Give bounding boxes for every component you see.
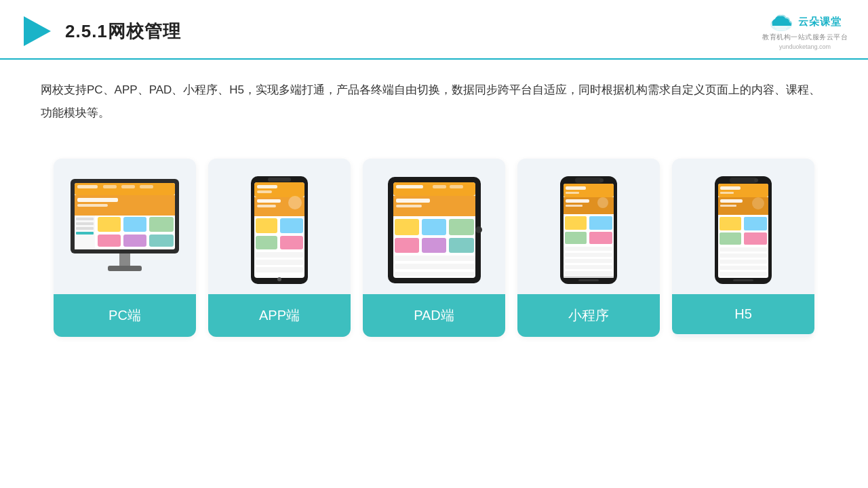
svg-rect-12 — [77, 198, 118, 202]
svg-rect-53 — [396, 199, 430, 203]
card-pad: PAD端 — [363, 159, 505, 337]
svg-rect-105 — [719, 272, 767, 276]
svg-rect-26 — [108, 266, 142, 271]
card-h5-image — [672, 159, 814, 294]
logo-subtitle: 教育机构一站式服务云平台 — [762, 33, 848, 42]
svg-rect-17 — [76, 227, 94, 230]
svg-rect-92 — [720, 192, 734, 194]
pc-monitor-icon — [64, 176, 186, 284]
svg-rect-81 — [565, 259, 612, 263]
svg-rect-59 — [422, 238, 446, 253]
card-h5: H5 — [672, 159, 814, 337]
svg-rect-9 — [121, 185, 135, 188]
card-pc-image — [54, 159, 196, 294]
svg-rect-40 — [280, 236, 303, 249]
svg-rect-75 — [565, 216, 587, 230]
header-left: 2.5.1网校管理 — [20, 14, 181, 48]
svg-point-36 — [288, 196, 302, 209]
svg-rect-19 — [98, 217, 121, 232]
svg-rect-84 — [564, 276, 614, 278]
svg-rect-16 — [76, 222, 94, 225]
svg-rect-100 — [744, 232, 767, 245]
page-title: 2.5.1网校管理 — [65, 20, 181, 43]
svg-point-74 — [597, 197, 608, 208]
card-miniapp-label: 小程序 — [517, 294, 660, 337]
logo-name: 云朵课堂 — [798, 16, 842, 28]
svg-point-47 — [475, 226, 482, 233]
svg-rect-68 — [564, 184, 614, 197]
svg-rect-49 — [396, 185, 423, 188]
svg-rect-20 — [123, 217, 146, 232]
card-pc: PC端 — [54, 159, 196, 337]
description-text: 网校支持PC、APP、PAD、小程序、H5，实现多端打通，产品各终端自由切换，数… — [0, 60, 868, 131]
card-app-label: APP端 — [208, 294, 351, 337]
svg-rect-70 — [566, 192, 579, 194]
svg-rect-58 — [395, 238, 419, 253]
svg-rect-10 — [140, 185, 153, 188]
description-content: 网校支持PC、APP、PAD、小程序、H5，实现多端打通，产品各终端自由切换，数… — [41, 83, 821, 119]
svg-rect-15 — [76, 218, 94, 220]
svg-rect-48 — [393, 182, 475, 196]
svg-rect-24 — [149, 235, 174, 247]
svg-rect-90 — [718, 184, 768, 197]
svg-rect-103 — [719, 260, 767, 264]
svg-rect-82 — [565, 265, 612, 269]
svg-rect-41 — [256, 252, 303, 258]
svg-rect-55 — [395, 219, 419, 235]
app-phone-icon — [249, 174, 310, 286]
header: 2.5.1网校管理 云朵课堂 教育机构一站式服务云平台 yunduoketang… — [0, 0, 868, 60]
svg-rect-61 — [395, 256, 475, 261]
play-icon — [20, 14, 54, 48]
svg-rect-99 — [719, 232, 741, 245]
svg-rect-97 — [719, 217, 741, 230]
svg-marker-0 — [24, 16, 51, 46]
svg-rect-23 — [123, 235, 146, 247]
card-miniapp: 小程序 — [517, 159, 660, 337]
svg-rect-21 — [149, 217, 174, 232]
svg-rect-34 — [257, 199, 281, 203]
logo-area: 云朵课堂 教育机构一站式服务云平台 yunduoketang.com — [762, 12, 848, 50]
svg-rect-102 — [719, 253, 767, 258]
card-miniapp-image — [517, 159, 660, 294]
cards-container: PC端 — [0, 138, 868, 350]
svg-rect-101 — [719, 247, 767, 251]
svg-rect-94 — [720, 199, 743, 203]
svg-rect-42 — [256, 260, 303, 265]
svg-rect-98 — [744, 217, 767, 230]
h5-phone-icon — [713, 174, 774, 286]
svg-rect-72 — [566, 199, 589, 203]
card-pc-label: PC端 — [54, 294, 196, 337]
svg-rect-76 — [589, 216, 612, 230]
svg-rect-60 — [449, 238, 474, 253]
svg-rect-66 — [575, 178, 602, 183]
svg-rect-106 — [733, 279, 753, 281]
svg-rect-56 — [422, 219, 446, 235]
svg-rect-54 — [396, 205, 422, 207]
svg-rect-37 — [256, 218, 277, 233]
svg-rect-8 — [103, 185, 117, 188]
card-app-image — [208, 159, 351, 294]
svg-rect-77 — [565, 232, 587, 244]
svg-rect-62 — [395, 264, 475, 269]
svg-rect-91 — [720, 186, 741, 190]
svg-rect-25 — [119, 253, 130, 267]
svg-rect-78 — [589, 232, 612, 244]
svg-rect-39 — [256, 236, 277, 249]
svg-rect-22 — [98, 235, 121, 247]
svg-rect-50 — [433, 185, 446, 188]
svg-rect-32 — [257, 190, 272, 193]
svg-rect-35 — [257, 205, 276, 207]
miniapp-phone-icon — [558, 174, 619, 286]
svg-point-96 — [752, 197, 764, 209]
svg-rect-57 — [449, 219, 474, 235]
svg-rect-88 — [730, 178, 757, 183]
svg-rect-31 — [257, 185, 277, 188]
card-h5-label: H5 — [672, 294, 814, 334]
svg-rect-80 — [565, 253, 612, 257]
svg-point-44 — [277, 277, 281, 281]
card-pad-image — [363, 159, 505, 294]
svg-rect-13 — [77, 204, 108, 207]
svg-rect-104 — [719, 266, 767, 270]
card-app: APP端 — [208, 159, 351, 337]
svg-point-89 — [754, 178, 758, 182]
